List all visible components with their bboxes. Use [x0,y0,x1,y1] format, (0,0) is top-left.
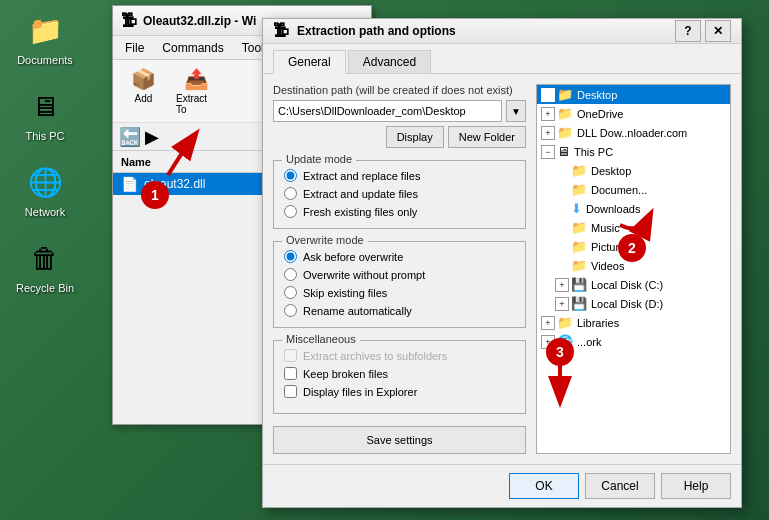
this-pc-label: This PC [25,130,64,142]
network-label: Network [25,206,65,218]
network-icon: 🌐 [25,162,65,202]
desktop-icon-this-pc[interactable]: 🖥 This PC [10,86,80,142]
overwrite-mode-group: Overwrite mode Ask before overwrite Over… [273,241,526,328]
file-tree-panel[interactable]: 📁 Desktop + 📁 OneDrive + 📁 DLL Dow..nloa… [536,84,731,454]
help-button[interactable]: Help [661,473,731,499]
tree-item-network[interactable]: + 🌐 ...ork [537,332,730,351]
tree-item-dlldownloader[interactable]: + 📁 DLL Dow..nloader.com [537,123,730,142]
expander-localdisk-c[interactable]: + [555,278,569,292]
tree-item-desktop2[interactable]: 📁 Desktop [537,161,730,180]
ok-button[interactable]: OK [509,473,579,499]
toolbar-add-btn[interactable]: 📦 Add [121,64,166,118]
folder-libraries-icon: 📁 [557,315,573,330]
toolbar-extract-btn[interactable]: 📤 Extract To [174,64,219,118]
folder-documents-icon: 📁 [571,182,587,197]
folder-onedrive-icon: 📁 [557,106,573,121]
help-titlebar-btn[interactable]: ? [675,20,701,42]
expander-pictures [555,240,569,254]
overwrite-without-prompt: Overwrite without prompt [284,268,515,281]
recycle-bin-label: Recycle Bin [16,282,74,294]
radio-skip-existing[interactable] [284,286,297,299]
expander-videos [555,259,569,273]
desktop-icon-network[interactable]: 🌐 Network [10,162,80,218]
radio-ask-before[interactable] [284,250,297,263]
localdisk-d-icon: 💾 [571,296,587,311]
expander-dlldownloader[interactable]: + [541,126,555,140]
tree-item-videos[interactable]: 📁 Videos [537,256,730,275]
expander-libraries[interactable]: + [541,316,555,330]
destination-label: Destination path (will be created if doe… [273,84,526,96]
radio-extract-update[interactable] [284,187,297,200]
dialog-title-text: Extraction path and options [297,24,675,38]
overwrite-rename-auto: Rename automatically [284,304,515,317]
network-tree-icon: 🌐 [557,334,573,349]
tree-item-this-pc[interactable]: − 🖥 This PC [537,142,730,161]
tree-item-downloads[interactable]: ⬇ Downloads [537,199,730,218]
desktop-icons-list: 📁 Documents 🖥 This PC 🌐 Network 🗑 Recycl… [10,10,80,294]
dialog-left-panel: Destination path (will be created if doe… [273,84,526,454]
dialog-tabs: General Advanced [263,44,741,74]
tree-item-localdisk-c[interactable]: + 💾 Local Disk (C:) [537,275,730,294]
dialog-body: Destination path (will be created if doe… [263,74,741,464]
radio-extract-replace[interactable] [284,169,297,182]
destination-path-section: Destination path (will be created if doe… [273,84,526,148]
tree-item-music[interactable]: 📁 Music [537,218,730,237]
expander-localdisk-d[interactable]: + [555,297,569,311]
checkbox-extract-subfolders[interactable] [284,349,297,362]
miscellaneous-legend: Miscellaneous [282,333,360,345]
path-buttons-row: Display New Folder [273,126,526,148]
update-mode-group: Update mode Extract and replace files Ex… [273,160,526,229]
tree-item-pictures[interactable]: 📁 Pictures [537,237,730,256]
misc-display-explorer: Display files in Explorer [284,385,515,398]
misc-extract-subfolders: Extract archives to subfolders [284,349,515,362]
path-forward-icon: ▶ [145,126,159,148]
display-button[interactable]: Display [386,126,444,148]
folder-desktop2-icon: 📁 [571,163,587,178]
extraction-dialog: 🗜 Extraction path and options ? ✕ Genera… [262,18,742,508]
update-mode-fresh-existing: Fresh existing files only [284,205,515,218]
update-mode-legend: Update mode [282,153,356,165]
tree-item-documents[interactable]: 📁 Documen... [537,180,730,199]
documents-icon: 📁 [25,10,65,50]
dialog-titlebar: 🗜 Extraction path and options ? ✕ [263,19,741,44]
checkbox-keep-broken[interactable] [284,367,297,380]
tree-item-desktop[interactable]: 📁 Desktop [537,85,730,104]
desktop-icon-recycle-bin[interactable]: 🗑 Recycle Bin [10,238,80,294]
close-titlebar-btn[interactable]: ✕ [705,20,731,42]
menu-file[interactable]: File [117,39,152,57]
overwrite-ask-before: Ask before overwrite [284,250,515,263]
expander-desktop [541,88,555,102]
recycle-bin-icon: 🗑 [25,238,65,278]
expander-network[interactable]: + [541,335,555,349]
folder-dll-icon: 📁 [557,125,573,140]
tree-item-localdisk-d[interactable]: + 💾 Local Disk (D:) [537,294,730,313]
new-folder-button[interactable]: New Folder [448,126,526,148]
cancel-button[interactable]: Cancel [585,473,655,499]
checkbox-display-explorer[interactable] [284,385,297,398]
tab-general[interactable]: General [273,50,346,74]
path-dropdown-btn[interactable]: ▼ [506,100,526,122]
dialog-bottom-buttons: OK Cancel Help [263,464,741,507]
radio-fresh-existing[interactable] [284,205,297,218]
expander-desktop2 [555,164,569,178]
folder-music-icon: 📁 [571,220,587,235]
tree-item-onedrive[interactable]: + 📁 OneDrive [537,104,730,123]
tab-advanced[interactable]: Advanced [348,50,431,73]
this-pc-tree-icon: 🖥 [557,144,570,159]
destination-path-input[interactable] [273,100,502,122]
tree-item-libraries[interactable]: + 📁 Libraries [537,313,730,332]
desktop-icon-documents[interactable]: 📁 Documents [10,10,80,66]
menu-commands[interactable]: Commands [154,39,231,57]
destination-path-row: ▼ [273,100,526,122]
radio-overwrite-without[interactable] [284,268,297,281]
expander-onedrive[interactable]: + [541,107,555,121]
save-settings-button[interactable]: Save settings [273,426,526,454]
folder-desktop-icon: 📁 [557,87,573,102]
folder-pictures-icon: 📁 [571,239,587,254]
radio-rename-auto[interactable] [284,304,297,317]
documents-label: Documents [17,54,73,66]
add-icon: 📦 [131,67,156,91]
winrar-title-icon: 🗜 [121,12,137,30]
expander-this-pc[interactable]: − [541,145,555,159]
expander-downloads [555,202,569,216]
